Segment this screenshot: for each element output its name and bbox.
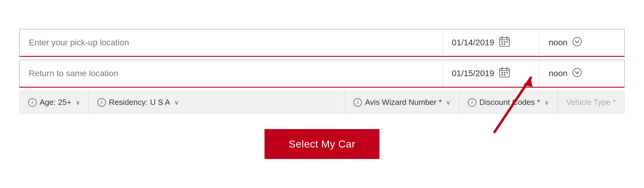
svg-point-9 [573, 37, 581, 46]
svg-rect-5 [504, 41, 505, 43]
return-time-section: noon [540, 60, 624, 87]
discount-label: Discount Codes * [479, 98, 540, 107]
pickup-row: 01/14/2019 noon [19, 29, 625, 57]
age-label: Age: 25+ [40, 98, 71, 107]
form-container: 01/14/2019 noon [19, 29, 625, 159]
svg-point-19 [573, 68, 581, 77]
pickup-date-value: 01/14/2019 [452, 38, 494, 47]
return-location-input[interactable] [20, 60, 443, 87]
svg-rect-8 [504, 44, 505, 45]
svg-rect-15 [504, 72, 505, 73]
discount-option[interactable]: i Discount Codes * ∨ [459, 91, 558, 114]
residency-info-icon: i [97, 98, 106, 107]
return-calendar-icon[interactable] [499, 67, 510, 80]
residency-label: Residency: U S A [109, 98, 170, 107]
svg-rect-7 [501, 44, 503, 45]
button-container: Select My Car [19, 129, 625, 159]
pickup-time-chevron-icon[interactable] [572, 37, 582, 49]
return-row: 01/15/2019 noon [19, 60, 625, 88]
age-info-icon: i [28, 98, 37, 107]
pickup-date-section: 01/14/2019 [443, 29, 540, 56]
wizard-info-icon: i [353, 98, 362, 107]
return-date-section: 01/15/2019 [443, 60, 540, 87]
svg-rect-14 [501, 72, 503, 73]
age-dropdown-icon: ∨ [76, 99, 80, 106]
residency-option[interactable]: i Residency: U S A ∨ [89, 91, 345, 114]
svg-rect-16 [506, 72, 508, 73]
svg-rect-18 [504, 74, 505, 76]
vehicle-type-label: Vehicle Type * [566, 98, 616, 107]
select-car-button[interactable]: Select My Car [264, 129, 380, 159]
return-date-value: 01/15/2019 [452, 69, 494, 78]
pickup-location-input[interactable] [20, 29, 443, 56]
options-row: i Age: 25+ ∨ i Residency: U S A ∨ i Avis… [19, 91, 625, 114]
svg-rect-6 [506, 41, 508, 43]
discount-info-icon: i [468, 98, 476, 107]
svg-rect-17 [501, 74, 503, 76]
wizard-option[interactable]: i Avis Wizard Number * ∨ [345, 91, 459, 114]
wizard-dropdown-icon: ∨ [446, 99, 451, 106]
pickup-time-section: noon [540, 29, 624, 56]
discount-dropdown-icon: ∨ [544, 99, 549, 106]
wizard-label: Avis Wizard Number * [365, 98, 442, 107]
residency-dropdown-icon: ∨ [174, 99, 179, 106]
vehicle-type-option[interactable]: Vehicle Type * [558, 91, 624, 114]
return-time-chevron-icon[interactable] [572, 68, 582, 79]
pickup-time-value: noon [549, 38, 567, 47]
svg-rect-4 [501, 41, 503, 43]
age-option[interactable]: i Age: 25+ ∨ [20, 91, 89, 114]
return-time-value: noon [549, 69, 567, 78]
pickup-calendar-icon[interactable] [499, 36, 510, 49]
